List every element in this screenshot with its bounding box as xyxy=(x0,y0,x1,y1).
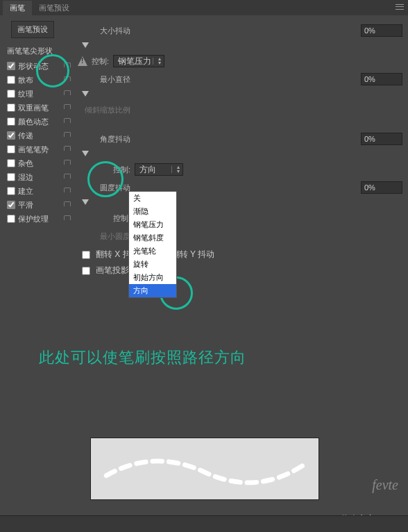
option-label: 双重画笔 xyxy=(18,103,64,113)
option-label: 平滑 xyxy=(18,200,64,210)
option-7[interactable]: 杂色 xyxy=(6,156,72,170)
lock-icon xyxy=(64,90,71,97)
option-label: 湿边 xyxy=(18,172,64,183)
option-4[interactable]: 颜色动态 xyxy=(6,115,72,128)
watermark: fevte xyxy=(372,477,398,493)
lock-icon xyxy=(64,188,71,194)
brush-tip-shape-header[interactable]: 画笔笔尖形状 xyxy=(6,44,72,58)
tab-brush[interactable]: 画笔 xyxy=(3,1,32,15)
lock-icon xyxy=(64,132,71,139)
lock-icon xyxy=(64,104,71,111)
min-diameter-label: 最小直径 xyxy=(78,74,130,85)
option-2[interactable]: 纹理 xyxy=(6,87,72,101)
lock-icon xyxy=(64,146,71,153)
option-9[interactable]: 建立 xyxy=(6,184,72,198)
round-jitter-value[interactable]: 0% xyxy=(361,181,402,194)
option-checkbox[interactable] xyxy=(7,201,15,209)
option-checkbox[interactable] xyxy=(7,117,15,126)
option-checkbox[interactable] xyxy=(7,159,15,167)
option-checkbox[interactable] xyxy=(7,215,15,223)
lock-icon xyxy=(64,160,71,167)
option-label: 形状动态 xyxy=(18,61,64,72)
dropdown-item[interactable]: 钢笔压力 xyxy=(129,218,176,231)
lock-icon xyxy=(64,215,71,222)
dropdown-item[interactable]: 光笔轮 xyxy=(129,244,176,258)
brush-presets-button[interactable]: 画笔预设 xyxy=(11,21,54,38)
option-label: 散布 xyxy=(18,75,64,85)
tilt-scale-label: 倾斜缩放比例 xyxy=(78,105,130,115)
annotation-caption: 此处可以使笔刷按照路径方向 xyxy=(39,347,246,368)
lock-icon xyxy=(64,201,71,208)
tab-brush-presets[interactable]: 画笔预设 xyxy=(32,1,76,15)
control1-label: 控制: xyxy=(92,56,109,67)
min-diameter-slider[interactable] xyxy=(82,89,276,99)
control1-select[interactable]: 钢笔压力▴▾ xyxy=(113,55,164,67)
slider-thumb-icon xyxy=(82,42,89,48)
option-label: 建立 xyxy=(18,186,64,197)
option-8[interactable]: 湿边 xyxy=(6,170,72,184)
min-round-label: 最小圆度 xyxy=(78,231,130,242)
brush-tip-shape-label: 画笔笔尖形状 xyxy=(7,46,71,56)
option-10[interactable]: 平滑 xyxy=(6,198,72,212)
lock-icon xyxy=(64,63,71,69)
lock-icon xyxy=(64,76,71,83)
angle-jitter-label: 角度抖动 xyxy=(78,134,130,144)
bottom-bar xyxy=(0,515,408,532)
min-diameter-value[interactable]: 0% xyxy=(361,73,402,85)
option-6[interactable]: 画笔笔势 xyxy=(6,142,72,156)
option-5[interactable]: 传递 xyxy=(6,128,72,142)
slider-thumb-icon xyxy=(82,151,89,156)
slider-thumb-icon xyxy=(82,91,89,97)
size-jitter-slider[interactable] xyxy=(82,40,276,50)
warning-icon xyxy=(78,56,87,66)
brush-preview xyxy=(90,438,319,500)
dropdown-item[interactable]: 渐隐 xyxy=(129,205,176,218)
brush-projection-checkbox[interactable]: 画笔投影 xyxy=(82,265,129,276)
option-checkbox[interactable] xyxy=(7,62,15,70)
panel-menu-icon[interactable] xyxy=(394,2,405,12)
option-label: 画笔笔势 xyxy=(18,144,64,155)
control2-dropdown[interactable]: 关渐隐钢笔压力钢笔斜度光笔轮旋转初始方向方向 xyxy=(128,191,177,298)
option-1[interactable]: 散布 xyxy=(6,73,72,87)
option-checkbox[interactable] xyxy=(7,187,15,195)
option-checkbox[interactable] xyxy=(7,173,15,181)
dropdown-item[interactable]: 旋转 xyxy=(129,258,176,271)
option-checkbox[interactable] xyxy=(7,90,15,98)
option-label: 保护纹理 xyxy=(18,214,64,224)
control3-label: 控制: xyxy=(78,213,130,224)
option-checkbox[interactable] xyxy=(7,131,15,140)
lock-icon xyxy=(64,118,71,125)
option-3[interactable]: 双重画笔 xyxy=(6,101,72,115)
option-label: 传递 xyxy=(18,131,64,141)
size-jitter-label: 大小抖动 xyxy=(78,26,130,36)
option-checkbox[interactable] xyxy=(7,76,15,84)
option-label: 纹理 xyxy=(18,89,64,99)
angle-jitter-slider[interactable] xyxy=(82,149,276,158)
option-label: 颜色动态 xyxy=(18,117,64,127)
lock-icon xyxy=(64,174,71,181)
dropdown-item[interactable]: 初始方向 xyxy=(129,271,176,284)
dropdown-item[interactable]: 关 xyxy=(129,192,176,205)
control2-select[interactable]: 方向▴▾ xyxy=(135,163,183,176)
round-jitter-label: 圆度抖动 xyxy=(78,183,130,193)
angle-jitter-value[interactable]: 0% xyxy=(361,133,402,145)
panel-tabs: 画笔 画笔预设 xyxy=(0,0,408,15)
option-label: 杂色 xyxy=(18,158,64,169)
size-jitter-value[interactable]: 0% xyxy=(361,24,402,37)
option-0[interactable]: 形状动态 xyxy=(6,59,72,73)
option-checkbox[interactable] xyxy=(7,145,15,153)
slider-thumb-icon xyxy=(82,199,89,205)
dropdown-item[interactable]: 钢笔斜度 xyxy=(129,231,176,244)
dropdown-item[interactable]: 方向 xyxy=(129,284,176,297)
option-11[interactable]: 保护纹理 xyxy=(6,212,72,226)
option-checkbox[interactable] xyxy=(7,103,15,112)
options-column: 画笔预设 画笔笔尖形状 形状动态散布纹理双重画笔颜色动态传递画笔笔势杂色湿边建立… xyxy=(6,19,72,532)
control2-label: 控制: xyxy=(78,165,130,175)
round-jitter-slider[interactable] xyxy=(82,197,276,207)
